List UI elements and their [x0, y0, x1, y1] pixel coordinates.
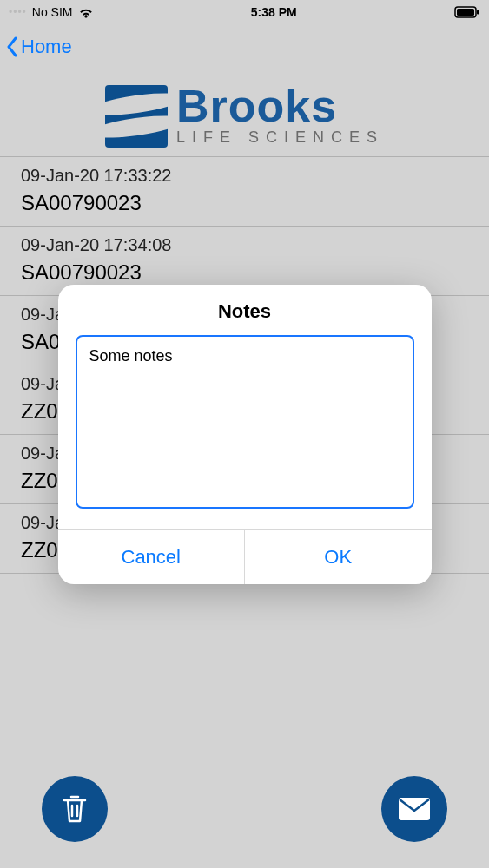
cancel-button[interactable]: Cancel	[58, 530, 245, 584]
dialog-footer: Cancel OK	[58, 529, 432, 584]
dialog-title: Notes	[58, 285, 432, 335]
notes-dialog: Notes Cancel OK	[58, 285, 432, 584]
ok-button[interactable]: OK	[244, 530, 432, 584]
notes-textarea[interactable]	[76, 335, 414, 509]
modal-backdrop: Notes Cancel OK	[0, 0, 489, 868]
